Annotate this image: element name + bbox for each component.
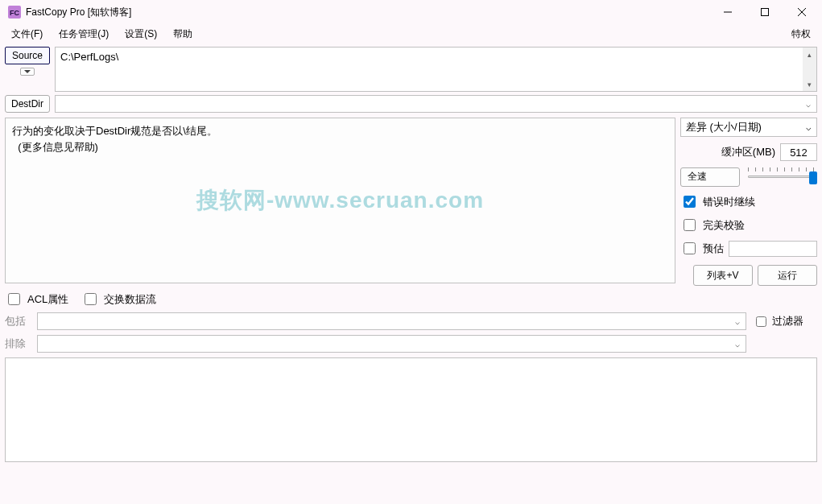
- source-input[interactable]: C:\PerfLogs\: [55, 47, 817, 92]
- source-dropdown-toggle[interactable]: [20, 68, 35, 76]
- include-row: 包括 ⌵ 过滤器: [5, 312, 817, 330]
- chevron-down-icon: ⌵: [731, 337, 744, 351]
- exclude-row: 排除 ⌵: [5, 335, 817, 353]
- perfect-verify-label: 完美校验: [703, 218, 745, 233]
- svg-rect-3: [762, 9, 769, 16]
- speed-slider[interactable]: [745, 167, 817, 187]
- scroll-up-icon[interactable]: ▴: [803, 48, 816, 61]
- filter-checkbox[interactable]: 过滤器: [753, 314, 817, 329]
- source-row: Source C:\PerfLogs\ ▴ ▾: [5, 47, 817, 92]
- menu-privilege[interactable]: 特权: [783, 26, 819, 43]
- chevron-down-icon: ⌵: [806, 122, 812, 133]
- menu-settings[interactable]: 设置(S): [117, 26, 165, 43]
- log-box[interactable]: [5, 357, 817, 462]
- estimate-row: 预估: [680, 240, 817, 257]
- acl-checkbox[interactable]: ACL属性: [5, 291, 68, 308]
- slider-thumb[interactable]: [809, 171, 817, 184]
- minimize-button[interactable]: [709, 0, 746, 24]
- menu-bar: 文件(F) 任务管理(J) 设置(S) 帮助 特权: [0, 24, 822, 43]
- source-input-wrap: C:\PerfLogs\ ▴ ▾: [55, 47, 817, 92]
- exclude-combo[interactable]: ⌵: [37, 335, 746, 353]
- acl-label: ACL属性: [27, 292, 68, 307]
- include-label: 包括: [5, 314, 31, 328]
- source-button[interactable]: Source: [5, 47, 50, 64]
- svg-marker-6: [24, 70, 31, 73]
- swap-stream-input[interactable]: [85, 293, 97, 305]
- menu-file[interactable]: 文件(F): [3, 26, 51, 43]
- side-panel: 差异 (大小/日期) ⌵ 缓冲区(MB) 全速 错误时继续: [680, 118, 817, 286]
- filter-label: 过滤器: [772, 314, 803, 328]
- estimate-input[interactable]: [729, 241, 817, 257]
- mode-label: 差异 (大小/日期): [686, 120, 762, 134]
- source-scrollbar[interactable]: ▴ ▾: [803, 48, 816, 91]
- watermark: 搜软网-www.secruan.com: [196, 184, 484, 217]
- title-bar: FC FastCopy Pro [知软博客]: [0, 0, 822, 24]
- filter-input[interactable]: [756, 316, 766, 327]
- continue-on-error-checkbox[interactable]: 错误时继续: [680, 193, 817, 210]
- include-combo[interactable]: ⌵: [37, 312, 746, 330]
- chevron-down-icon: ⌵: [731, 314, 744, 328]
- exclude-label: 排除: [5, 337, 31, 351]
- svg-text:FC: FC: [10, 9, 19, 17]
- swap-stream-label: 交换数据流: [104, 292, 156, 307]
- window-title: FastCopy Pro [知软博客]: [26, 6, 131, 19]
- destdir-button[interactable]: DestDir: [5, 95, 50, 113]
- speed-row: 全速: [680, 167, 817, 187]
- maximize-button[interactable]: [746, 0, 783, 24]
- estimate-label: 预估: [703, 242, 724, 256]
- close-button[interactable]: [783, 0, 820, 24]
- scroll-down-icon[interactable]: ▾: [803, 77, 816, 91]
- acl-input[interactable]: [8, 293, 20, 305]
- info-box: 行为的变化取决于DestDir规范是否以\结尾。 (更多信息见帮助) 搜软网-w…: [5, 118, 675, 283]
- menu-help[interactable]: 帮助: [165, 26, 200, 43]
- mode-select[interactable]: 差异 (大小/日期) ⌵: [680, 118, 817, 137]
- buffer-row: 缓冲区(MB): [680, 143, 817, 161]
- info-line-2: (更多信息见帮助): [12, 139, 668, 155]
- buffer-input[interactable]: [780, 143, 817, 161]
- dest-row: DestDir ⌵: [5, 95, 817, 113]
- action-row: 列表+V 运行: [680, 265, 817, 286]
- app-icon: FC: [8, 6, 21, 19]
- estimate-checkbox[interactable]: [684, 242, 696, 254]
- continue-on-error-label: 错误时继续: [703, 195, 755, 209]
- menu-task[interactable]: 任务管理(J): [51, 26, 117, 43]
- perfect-verify-checkbox[interactable]: 完美校验: [680, 217, 817, 233]
- info-line-1: 行为的变化取决于DestDir规范是否以\结尾。: [12, 123, 668, 139]
- perfect-verify-input[interactable]: [684, 219, 696, 231]
- buffer-label: 缓冲区(MB): [721, 145, 775, 159]
- attr-row: ACL属性 交换数据流: [5, 291, 817, 308]
- chevron-down-icon: ⌵: [802, 97, 815, 111]
- speed-button[interactable]: 全速: [680, 167, 740, 187]
- swap-stream-checkbox[interactable]: 交换数据流: [81, 291, 156, 308]
- continue-on-error-input[interactable]: [684, 196, 696, 208]
- list-button[interactable]: 列表+V: [693, 265, 753, 286]
- destdir-combo[interactable]: ⌵: [55, 95, 817, 113]
- run-button[interactable]: 运行: [758, 265, 817, 286]
